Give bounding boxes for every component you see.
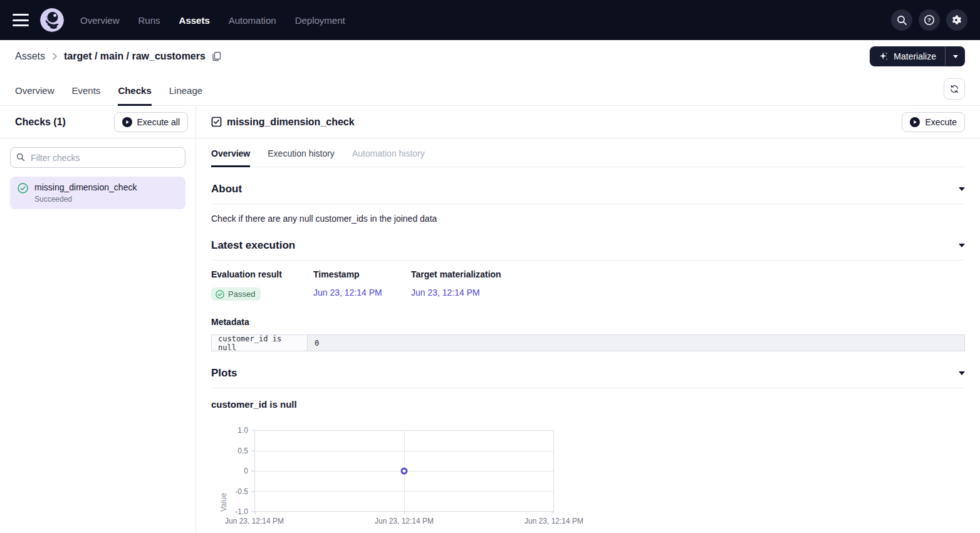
gear-icon[interactable] — [946, 9, 967, 31]
checks-sidebar-header: Checks (1) Execute all — [0, 106, 195, 138]
filter-checks-input[interactable] — [10, 147, 185, 168]
top-navigation: Overview Runs Assets Automation Deployme… — [0, 0, 980, 40]
check-list-item[interactable]: missing_dimension_check Succeeded — [10, 177, 185, 209]
subtab-execution-history[interactable]: Execution history — [268, 148, 335, 167]
collapse-caret-icon[interactable] — [959, 371, 965, 375]
about-title: About — [211, 183, 242, 195]
value-scatter-chart: Value 1.0 0.5 0 -0.5 -1.0 — [219, 430, 965, 528]
copy-icon[interactable] — [212, 51, 221, 61]
latest-execution-grid: Evaluation result Passed Timestamp Jun 2… — [211, 269, 965, 301]
check-list-item-text: missing_dimension_check Succeeded — [34, 182, 137, 204]
subtab-overview[interactable]: Overview — [211, 148, 250, 167]
check-name: missing_dimension_check — [34, 182, 137, 192]
play-circle-icon — [122, 117, 132, 127]
nav-item-runs[interactable]: Runs — [138, 15, 160, 26]
refresh-icon — [949, 84, 959, 94]
main-nav-items: Overview Runs Assets Automation Deployme… — [80, 15, 345, 26]
subtab-automation-history[interactable]: Automation history — [352, 148, 425, 167]
chart-plot-column: Jun 23, 12:14 PM Jun 23, 12:14 PM Jun 23… — [254, 430, 554, 528]
check-detail-body: Overview Execution history Automation hi… — [196, 138, 980, 528]
nav-item-overview[interactable]: Overview — [80, 15, 120, 26]
passed-badge: Passed — [211, 287, 261, 301]
execute-button[interactable]: Execute — [902, 112, 965, 132]
chart-y-ticks: 1.0 0.5 0 -0.5 -1.0 — [228, 430, 254, 512]
topnav-right-icons: ? — [891, 9, 967, 31]
asset-tabs: Overview Events Checks Lineage — [15, 85, 202, 105]
search-icon[interactable] — [891, 9, 912, 31]
about-description: Check if there are any null customer_ids… — [211, 214, 965, 224]
play-circle-icon — [910, 117, 920, 127]
filter-checks-container — [0, 138, 195, 172]
breadcrumb-assets-link[interactable]: Assets — [15, 51, 45, 62]
plot-subtitle: customer_id is null — [211, 399, 965, 410]
target-materialization-link[interactable]: Jun 23, 12:14 PM — [411, 287, 480, 298]
tab-lineage[interactable]: Lineage — [169, 85, 202, 105]
latest-execution-title: Latest execution — [211, 239, 295, 252]
metadata-table: customer_id is null 0 — [211, 334, 965, 351]
check-detail-header: missing_dimension_check Execute — [196, 106, 980, 138]
check-detail-title: missing_dimension_check — [227, 116, 355, 128]
collapse-caret-icon[interactable] — [959, 244, 965, 247]
about-section-header: About — [211, 183, 965, 204]
y-tick: -1.0 — [235, 507, 248, 516]
breadcrumb-asset-path[interactable]: target / main / raw_customers — [64, 51, 206, 62]
check-detail-tabs: Overview Execution history Automation hi… — [211, 138, 965, 167]
latest-execution-section-header: Latest execution — [211, 239, 965, 261]
y-tick: 1.0 — [237, 426, 248, 435]
execute-label: Execute — [925, 117, 957, 127]
breadcrumb-row: Assets target / main / raw_customers Mat… — [0, 40, 980, 73]
check-detail-panel: missing_dimension_check Execute Overview… — [196, 106, 980, 533]
nav-item-assets[interactable]: Assets — [179, 15, 210, 26]
svg-text:?: ? — [927, 16, 931, 23]
asset-tabs-row: Overview Events Checks Lineage — [0, 73, 980, 106]
metadata-value: 0 — [308, 335, 964, 351]
timestamp-link[interactable]: Jun 23, 12:14 PM — [313, 287, 382, 298]
plots-title: Plots — [211, 367, 237, 380]
nav-item-automation[interactable]: Automation — [229, 15, 276, 26]
checks-count-title: Checks (1) — [15, 116, 66, 128]
execute-all-button[interactable]: Execute all — [114, 112, 188, 132]
plots-section-header: Plots — [211, 367, 965, 388]
check-status: Succeeded — [34, 195, 137, 204]
check-square-icon — [211, 116, 222, 127]
collapse-caret-icon[interactable] — [959, 187, 965, 191]
x-tick: Jun 23, 12:14 PM — [524, 517, 583, 525]
refresh-button[interactable] — [944, 78, 965, 100]
execute-all-label: Execute all — [137, 117, 180, 127]
tab-checks[interactable]: Checks — [118, 85, 151, 105]
search-icon — [16, 153, 25, 162]
x-tick: Jun 23, 12:14 PM — [225, 517, 284, 525]
col-evaluation-result: Evaluation result — [211, 269, 313, 279]
nav-item-deployment[interactable]: Deployment — [295, 15, 345, 26]
materialize-split-button: Materialize — [870, 46, 965, 66]
check-success-icon — [216, 290, 224, 299]
col-timestamp: Timestamp — [313, 269, 411, 279]
tab-overview[interactable]: Overview — [15, 85, 55, 105]
y-tick: 0 — [244, 467, 248, 475]
y-tick: 0.5 — [237, 447, 248, 455]
metadata-key: customer_id is null — [212, 335, 308, 351]
y-tick: -0.5 — [235, 487, 248, 496]
col-target-materialization: Target materialization — [411, 269, 965, 279]
hamburger-menu-icon[interactable] — [13, 14, 29, 26]
content-area: Checks (1) Execute all missing_dimension… — [0, 106, 980, 533]
passed-badge-label: Passed — [228, 289, 255, 299]
chevron-right-icon — [51, 53, 58, 60]
chart-y-axis-label: Value — [219, 430, 228, 512]
sparkle-icon — [878, 51, 889, 61]
chevron-down-icon — [953, 55, 958, 58]
materialize-button[interactable]: Materialize — [870, 46, 945, 66]
data-point[interactable] — [401, 468, 408, 475]
metadata-title: Metadata — [211, 317, 965, 327]
materialize-button-label: Materialize — [894, 51, 936, 61]
check-success-icon — [18, 183, 28, 194]
tab-events[interactable]: Events — [72, 85, 101, 105]
checks-sidebar: Checks (1) Execute all missing_dimension… — [0, 106, 196, 533]
chart-x-ticks: Jun 23, 12:14 PM Jun 23, 12:14 PM Jun 23… — [254, 517, 554, 528]
materialize-dropdown-button[interactable] — [945, 46, 965, 66]
x-tick: Jun 23, 12:14 PM — [375, 517, 434, 525]
help-icon[interactable]: ? — [919, 9, 940, 31]
dagster-logo-icon[interactable] — [40, 8, 64, 32]
chart-plot-area — [254, 430, 554, 512]
